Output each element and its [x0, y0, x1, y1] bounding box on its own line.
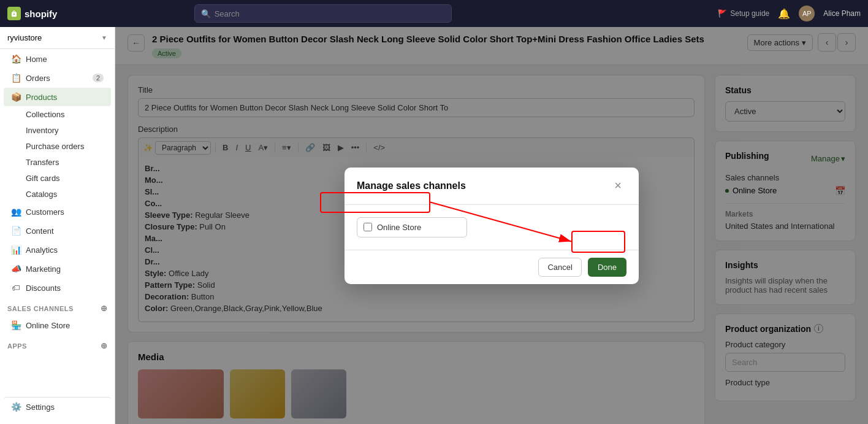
- cancel-button[interactable]: Cancel: [538, 258, 581, 277]
- sidebar-item-products[interactable]: 📦 Products: [4, 88, 111, 106]
- top-nav-right: 🚩 Setup guide 🔔 AP Alice Pham: [718, 6, 861, 21]
- chevron-down-icon: ▼: [101, 34, 107, 41]
- modal-header: Manage sales channels ×: [345, 168, 639, 205]
- products-icon: 📦: [11, 92, 21, 102]
- modal-close-button[interactable]: ×: [609, 177, 626, 195]
- search-icon: 🔍: [201, 9, 211, 18]
- home-icon: 🏠: [11, 54, 21, 64]
- marketing-label: Marketing: [26, 264, 61, 274]
- sidebar-item-home[interactable]: 🏠 Home: [4, 50, 111, 68]
- sidebar-item-transfers[interactable]: Transfers: [21, 155, 111, 170]
- manage-sales-channels-modal: Manage sales channels × Online Store Can…: [345, 168, 639, 284]
- sales-channels-section: Sales channels ⊕: [0, 298, 115, 315]
- purchase-orders-label: Purchase orders: [26, 142, 84, 151]
- sidebar-products-label: Products: [26, 93, 57, 102]
- user-name: Alice Pham: [823, 9, 861, 18]
- flag-icon: 🚩: [718, 9, 727, 18]
- modal-footer: Cancel Done: [345, 250, 639, 284]
- user-avatar[interactable]: AP: [799, 6, 815, 21]
- marketing-icon: 📣: [11, 264, 21, 274]
- sidebar-item-analytics[interactable]: 📊 Analytics: [4, 241, 111, 259]
- content-area: ← 2 Piece Outfits for Women Button Decor…: [115, 27, 868, 424]
- online-store-checkbox-label: Online Store: [377, 223, 421, 232]
- modal-body: Online Store: [345, 205, 639, 250]
- discounts-label: Discounts: [26, 283, 61, 293]
- apps-expand-icon[interactable]: ⊕: [101, 341, 108, 350]
- modal-title: Manage sales channels: [357, 180, 466, 191]
- sidebar-item-content[interactable]: 📄 Content: [4, 222, 111, 240]
- orders-icon: 📋: [11, 73, 21, 83]
- shopify-bag-icon: [7, 7, 21, 20]
- inventory-label: Inventory: [26, 126, 58, 135]
- sidebar-item-discounts[interactable]: 🏷 Discounts: [4, 279, 111, 297]
- shopify-logo: shopify: [7, 7, 57, 20]
- sidebar-item-inventory[interactable]: Inventory: [21, 123, 111, 138]
- store-name: ryviustore: [7, 33, 42, 42]
- expand-icon[interactable]: ⊕: [101, 304, 108, 313]
- content-label: Content: [26, 226, 54, 236]
- settings-icon: ⚙️: [11, 402, 21, 412]
- apps-section: Apps ⊕: [0, 335, 115, 353]
- sidebar-nav: 🏠 Home 📋 Orders 2 📦 Products Collections…: [0, 49, 115, 395]
- setup-guide-button[interactable]: 🚩 Setup guide: [718, 9, 769, 18]
- transfers-label: Transfers: [26, 158, 59, 167]
- global-search-bar[interactable]: 🔍: [194, 4, 452, 23]
- online-store-icon: 🏪: [11, 320, 21, 330]
- sidebar-item-collections[interactable]: Collections: [21, 107, 111, 122]
- analytics-icon: 📊: [11, 245, 21, 255]
- catalogs-label: Catalogs: [26, 190, 57, 199]
- sidebar-item-orders[interactable]: 📋 Orders 2: [4, 69, 111, 87]
- sidebar-item-marketing[interactable]: 📣 Marketing: [4, 260, 111, 278]
- settings-label: Settings: [26, 403, 55, 412]
- products-submenu: Collections Inventory Purchase orders Tr…: [0, 107, 115, 202]
- online-store-checkbox-row[interactable]: Online Store: [357, 217, 467, 237]
- content-icon: 📄: [11, 226, 21, 236]
- analytics-label: Analytics: [26, 245, 58, 255]
- top-navigation: shopify 🔍 🚩 Setup guide 🔔 AP Alice Pham: [0, 0, 868, 27]
- sidebar-item-online-store[interactable]: 🏪 Online Store: [4, 316, 111, 334]
- discounts-icon: 🏷: [11, 283, 21, 293]
- apps-label: Apps: [7, 342, 27, 350]
- online-store-label: Online Store: [26, 321, 70, 330]
- sidebar-item-gift-cards[interactable]: Gift cards: [21, 171, 111, 186]
- sidebar: ryviustore ▼ 🏠 Home 📋 Orders 2 📦 Product…: [0, 27, 115, 424]
- global-search-input[interactable]: [215, 9, 445, 18]
- modal-overlay: Manage sales channels × Online Store Can…: [115, 27, 868, 424]
- sidebar-item-purchase-orders[interactable]: Purchase orders: [21, 139, 111, 154]
- sidebar-item-customers[interactable]: 👥 Customers: [4, 202, 111, 221]
- store-selector[interactable]: ryviustore ▼: [0, 27, 115, 49]
- orders-badge: 2: [93, 74, 104, 82]
- sales-channels-label: Sales channels: [7, 305, 74, 312]
- collections-label: Collections: [26, 110, 65, 119]
- gift-cards-label: Gift cards: [26, 174, 60, 183]
- customers-icon: 👥: [11, 207, 21, 217]
- sidebar-item-settings[interactable]: ⚙️ Settings: [4, 397, 111, 416]
- done-button[interactable]: Done: [588, 258, 626, 277]
- online-store-checkbox[interactable]: [364, 223, 372, 231]
- setup-guide-label: Setup guide: [730, 9, 769, 18]
- notifications-icon[interactable]: 🔔: [778, 8, 790, 20]
- sidebar-item-catalogs[interactable]: Catalogs: [21, 187, 111, 202]
- sidebar-orders-label: Orders: [26, 74, 50, 83]
- sidebar-home-label: Home: [26, 55, 47, 64]
- customers-label: Customers: [26, 207, 64, 217]
- shopify-wordmark: shopify: [25, 9, 57, 19]
